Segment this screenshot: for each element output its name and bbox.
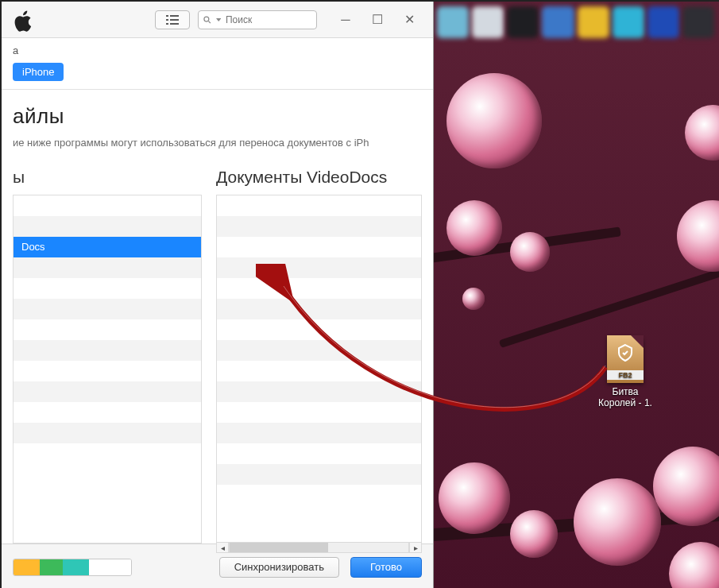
doc-row[interactable] xyxy=(217,361,421,381)
itunes-window: ─ ☐ ✕ а iPhone айлы ие ниже программы мо… xyxy=(2,2,434,588)
app-row[interactable]: Docs xyxy=(14,237,201,257)
storage-bar xyxy=(13,559,132,576)
apple-logo-icon xyxy=(14,10,35,30)
doc-row[interactable] xyxy=(217,443,421,464)
svg-rect-3 xyxy=(170,19,179,21)
titlebar: ─ ☐ ✕ xyxy=(2,2,433,38)
doc-row[interactable] xyxy=(217,216,421,237)
app-row[interactable] xyxy=(14,299,201,319)
storage-seg xyxy=(14,559,40,575)
task-icon[interactable] xyxy=(578,6,609,38)
scroll-track[interactable] xyxy=(229,542,409,553)
doc-row[interactable] xyxy=(217,237,421,257)
flower xyxy=(510,510,558,558)
apps-heading: ы xyxy=(13,168,202,187)
doc-row[interactable] xyxy=(217,402,421,423)
flower xyxy=(439,462,510,534)
app-row[interactable] xyxy=(14,216,201,237)
breadcrumb-row: а iPhone xyxy=(2,38,433,81)
app-row[interactable] xyxy=(14,340,201,361)
app-row[interactable] xyxy=(14,381,201,402)
breadcrumb-trail: а xyxy=(13,44,422,56)
fb2-file-icon: FB2 xyxy=(607,335,644,383)
horizontal-scrollbar[interactable]: ◂ ▸ xyxy=(216,542,422,553)
app-row[interactable] xyxy=(14,443,201,464)
svg-rect-5 xyxy=(170,23,179,25)
doc-row[interactable] xyxy=(217,381,421,402)
flower xyxy=(510,232,550,272)
desktop-file-name-line2: Королей - 1. xyxy=(590,397,661,408)
svg-rect-0 xyxy=(166,15,168,17)
task-icon[interactable] xyxy=(472,6,504,38)
sync-button[interactable]: Синхронизировать xyxy=(219,557,339,578)
flower xyxy=(677,200,719,272)
search-icon xyxy=(203,15,211,25)
desktop-taskbar xyxy=(431,2,719,43)
docs-heading: Документы VideoDocs xyxy=(216,168,422,187)
search-input[interactable] xyxy=(226,14,311,25)
flower xyxy=(669,542,719,588)
flower xyxy=(574,478,661,566)
section-heading: айлы xyxy=(13,104,422,129)
scroll-thumb[interactable] xyxy=(230,543,328,552)
app-row[interactable] xyxy=(14,402,201,423)
flower xyxy=(446,200,502,256)
svg-rect-1 xyxy=(170,15,179,17)
list-view-button[interactable] xyxy=(155,10,190,29)
flower xyxy=(462,288,485,310)
section-description: ие ниже программы могут использоваться д… xyxy=(13,137,422,150)
desktop-file-name-line1: Битва xyxy=(590,386,661,397)
storage-seg xyxy=(40,559,64,575)
task-icon[interactable] xyxy=(542,6,574,38)
search-box[interactable] xyxy=(198,10,317,29)
app-row[interactable] xyxy=(14,423,201,443)
app-row[interactable] xyxy=(14,319,201,340)
minimize-button[interactable]: ─ xyxy=(330,9,361,31)
done-button[interactable]: Готово xyxy=(350,557,422,578)
apps-list[interactable]: Docs xyxy=(13,195,202,544)
doc-row[interactable] xyxy=(217,278,421,299)
maximize-button[interactable]: ☐ xyxy=(361,9,393,31)
doc-row[interactable] xyxy=(217,340,421,361)
scroll-left-button[interactable]: ◂ xyxy=(216,542,229,553)
doc-row[interactable] xyxy=(217,299,421,319)
task-icon[interactable] xyxy=(437,6,469,38)
chevron-down-icon xyxy=(216,17,221,23)
doc-row[interactable] xyxy=(217,257,421,278)
scroll-right-button[interactable]: ▸ xyxy=(409,542,422,553)
file-ext-badge: FB2 xyxy=(607,370,644,380)
doc-row[interactable] xyxy=(217,485,421,505)
close-button[interactable]: ✕ xyxy=(393,9,425,31)
task-icon[interactable] xyxy=(507,6,539,38)
doc-row[interactable] xyxy=(217,319,421,340)
svg-rect-2 xyxy=(166,19,168,21)
task-icon[interactable] xyxy=(647,6,679,38)
svg-line-7 xyxy=(209,21,211,22)
svg-rect-4 xyxy=(166,23,168,25)
app-row[interactable] xyxy=(14,361,201,381)
doc-row[interactable] xyxy=(217,423,421,443)
doc-row[interactable] xyxy=(217,195,421,216)
storage-seg xyxy=(89,559,131,575)
doc-row[interactable] xyxy=(217,464,421,485)
flower xyxy=(685,105,719,161)
svg-point-6 xyxy=(204,17,209,21)
desktop-file[interactable]: FB2 Битва Королей - 1. xyxy=(590,335,661,408)
task-icon[interactable] xyxy=(613,6,644,38)
task-icon[interactable] xyxy=(682,6,714,38)
app-row[interactable] xyxy=(14,257,201,278)
app-row[interactable] xyxy=(14,195,201,216)
storage-seg xyxy=(63,559,89,575)
app-row[interactable] xyxy=(14,278,201,299)
device-pill[interactable]: iPhone xyxy=(13,63,64,81)
file-sharing-section: айлы ие ниже программы могут использоват… xyxy=(2,90,433,544)
flower xyxy=(446,73,542,168)
docs-list[interactable] xyxy=(216,195,422,544)
